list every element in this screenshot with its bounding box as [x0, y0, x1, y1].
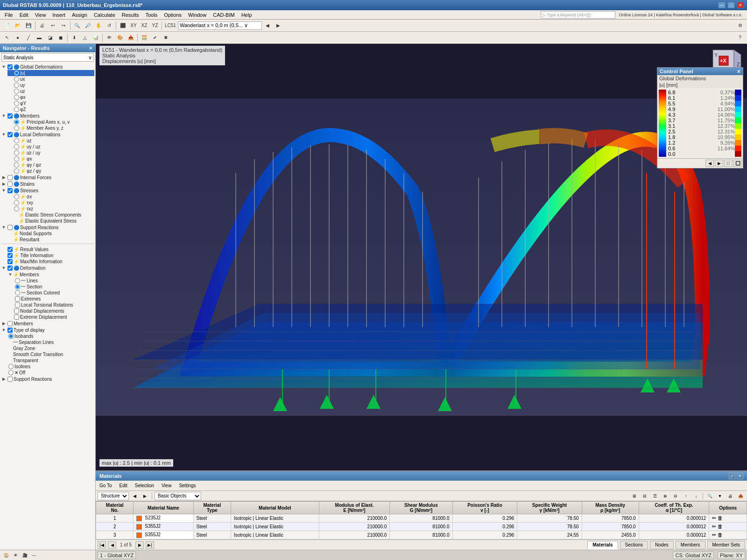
- tree-deform-lines[interactable]: 〰 Lines: [14, 278, 94, 284]
- radio-deform-section-colored[interactable]: [15, 290, 20, 295]
- save-btn[interactable]: 💾: [23, 21, 34, 31]
- tree-local-phiz-phiy[interactable]: ⚡ φz / φy: [7, 168, 94, 174]
- cell-options[interactable]: ✏ 🗑: [709, 514, 747, 523]
- cp-btn-2[interactable]: ▶: [715, 160, 723, 167]
- radio-uy-uz[interactable]: [14, 144, 19, 149]
- tree-local-uz[interactable]: ⚡ uz: [7, 138, 94, 144]
- table-print-btn[interactable]: 🖨: [726, 492, 735, 500]
- radio-uz-uy[interactable]: [14, 150, 19, 155]
- cb-title-info[interactable]: [7, 253, 13, 258]
- radio-isobands[interactable]: [8, 334, 14, 339]
- radio-phiz-phiy[interactable]: [14, 168, 19, 174]
- cb-extreme-displacement[interactable]: [14, 315, 19, 320]
- subtoolbar-next-btn[interactable]: ▶: [140, 492, 149, 500]
- close-button[interactable]: ✕: [737, 2, 744, 8]
- settings-btn[interactable]: ⚙: [735, 21, 745, 31]
- toolbar-selection[interactable]: Selection: [133, 482, 156, 489]
- expand-stresses[interactable]: ▼: [1, 188, 7, 193]
- cp-btn-4[interactable]: 🔲: [733, 160, 742, 167]
- menu-insert[interactable]: Insert: [49, 12, 68, 18]
- tab-members[interactable]: Members: [676, 541, 705, 549]
- table-filter-btn[interactable]: ▼: [715, 492, 725, 500]
- cb-members[interactable]: [7, 113, 13, 119]
- cb-support-reactions[interactable]: [7, 225, 13, 230]
- radio-phiy-phiz[interactable]: [14, 162, 19, 168]
- radio-off[interactable]: [8, 370, 14, 375]
- cp-btn-1[interactable]: ◀: [705, 160, 714, 167]
- table-row[interactable]: 2 S355J2 Steel Isotropic | Linear Elasti…: [96, 523, 747, 531]
- rotate-btn[interactable]: ↺: [104, 21, 114, 31]
- menu-options[interactable]: Options: [161, 12, 184, 18]
- tree-extreme-displacement[interactable]: Extreme Displacement: [7, 314, 94, 320]
- radio-isolines[interactable]: [8, 364, 14, 369]
- cp-btn-3[interactable]: □: [724, 160, 733, 167]
- tree-deform-section-colored[interactable]: 〰 Section Colored: [14, 290, 94, 296]
- radio-tau-xy[interactable]: [14, 200, 19, 205]
- window-controls[interactable]: — □ ✕: [718, 2, 744, 8]
- cb-deform-extremes[interactable]: [15, 296, 20, 301]
- node-btn[interactable]: ●: [13, 33, 23, 43]
- tab-nodes[interactable]: Nodes: [650, 541, 674, 549]
- basic-objects-select[interactable]: Basic Objects: [155, 492, 201, 500]
- render-btn[interactable]: 🎨: [115, 33, 125, 43]
- expand-support-reactions[interactable]: ▼: [1, 224, 7, 230]
- expand-type-display[interactable]: ▼: [1, 327, 7, 333]
- table-btn-2[interactable]: ⊟: [640, 492, 649, 500]
- control-panel-close-btn[interactable]: ✕: [737, 69, 740, 74]
- table-btn-3[interactable]: ☰: [650, 492, 660, 500]
- nav-bottom-btn4[interactable]: —: [30, 551, 38, 560]
- tree-item-uy[interactable]: uy: [7, 82, 94, 88]
- tree-result-values[interactable]: ⚡ Result Values: [1, 246, 94, 252]
- tree-item-uz[interactable]: uz: [7, 88, 94, 94]
- cb-members-node[interactable]: [7, 321, 13, 326]
- cell-options[interactable]: ✏ 🗑: [709, 531, 747, 539]
- expand-strains[interactable]: ▶: [1, 181, 7, 187]
- tree-item-u-abs[interactable]: |u|: [7, 70, 94, 76]
- cb-strains[interactable]: [7, 182, 13, 187]
- tree-internal-forces[interactable]: ▶ 🔵 Internal Forces: [1, 174, 94, 181]
- select-btn[interactable]: ↖: [2, 33, 12, 43]
- expand-deformation[interactable]: ▼: [1, 265, 7, 271]
- tree-title-information[interactable]: ⚡ Title Information: [1, 252, 94, 259]
- zoom-out-btn[interactable]: 🔎: [83, 21, 93, 31]
- menu-calculate[interactable]: Calculate: [91, 12, 118, 18]
- tree-global-deformations-group[interactable]: ▼ 🔵 Global Deformations: [1, 63, 94, 70]
- tree-nodal-supports[interactable]: ⚡ Nodal Supports: [7, 231, 94, 237]
- menu-help[interactable]: Help: [239, 12, 255, 18]
- support-btn[interactable]: △: [80, 33, 90, 43]
- tree-members-group[interactable]: ▼ 🔵 Members: [1, 112, 94, 119]
- tab-sections[interactable]: Sections: [620, 541, 648, 549]
- calculator-btn[interactable]: 🧮: [139, 33, 149, 43]
- table-next-btn[interactable]: ▶: [135, 541, 144, 549]
- menu-results[interactable]: Results: [119, 12, 142, 18]
- tree-transparent[interactable]: Transparent: [7, 357, 94, 364]
- member-btn[interactable]: ▬: [34, 33, 44, 43]
- cb-result-values[interactable]: [7, 247, 13, 252]
- view-yz-btn[interactable]: YZ: [150, 21, 160, 31]
- menu-edit[interactable]: Edit: [17, 12, 31, 18]
- radio-deform-lines[interactable]: [15, 278, 20, 283]
- tab-materials[interactable]: Materials: [587, 541, 618, 549]
- cb-deformation[interactable]: [7, 266, 13, 271]
- tree-local-torsional[interactable]: Local Torsional Rotations: [14, 302, 94, 308]
- tree-separation-lines[interactable]: 〰 Separation Lines: [7, 339, 94, 345]
- tree-isobands[interactable]: Isobands: [7, 333, 94, 339]
- radio-sigma-x[interactable]: [14, 194, 19, 199]
- radio-phiY[interactable]: [14, 101, 19, 106]
- table-first-btn[interactable]: |◀: [98, 541, 106, 549]
- nav-bottom-btn2[interactable]: 👁: [11, 551, 20, 560]
- cb-nodal-displacements[interactable]: [14, 308, 19, 314]
- lc-prev-btn[interactable]: ◀: [262, 21, 273, 31]
- open-btn[interactable]: 📂: [13, 21, 23, 31]
- tree-local-uy-uz[interactable]: ⚡ uy / uz: [7, 144, 94, 150]
- cb-maxmin-info[interactable]: [7, 259, 13, 264]
- search-box[interactable]: ▷ Type a keyword (Alt+Q): [541, 11, 615, 19]
- radio-local-phix[interactable]: [14, 156, 19, 161]
- radio-principal[interactable]: [14, 119, 19, 125]
- view-xz-btn[interactable]: XZ: [139, 21, 149, 31]
- tree-local-def-group[interactable]: ▼ 🔵 Local Deformations: [1, 131, 94, 138]
- cb-support-reactions2[interactable]: [7, 377, 13, 382]
- result-btn[interactable]: 📊: [91, 33, 101, 43]
- tree-item-phix[interactable]: φx: [7, 94, 94, 100]
- tree-local-uz-uy[interactable]: ⚡ uz / uy: [7, 150, 94, 156]
